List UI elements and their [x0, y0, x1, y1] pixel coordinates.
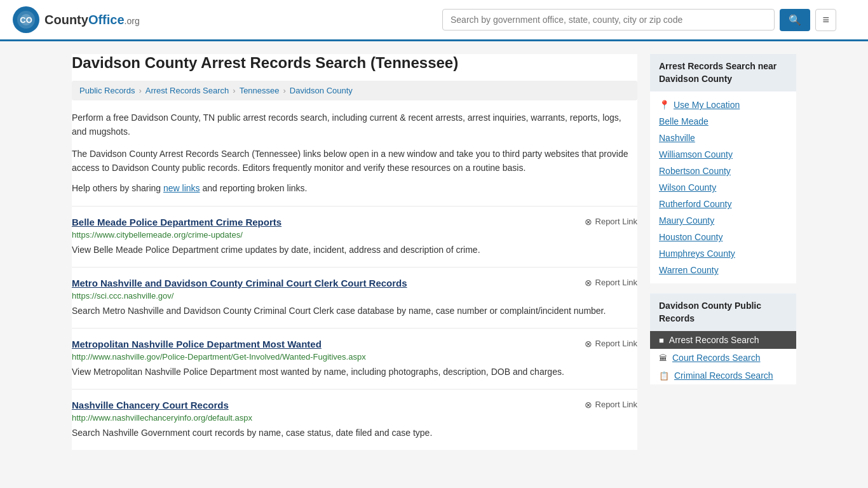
breadcrumb-public-records[interactable]: Public Records — [79, 86, 135, 95]
public-record-label-0: Arrest Records Search — [669, 335, 759, 345]
report-icon: ⊗ — [585, 339, 592, 349]
nearby-item: Williamson County — [650, 146, 796, 163]
nearby-link-9[interactable]: Warren County — [659, 265, 719, 275]
nearby-item: Rutherford County — [650, 196, 796, 212]
content-area: Davidson County Arrest Records Search (T… — [72, 54, 637, 450]
search-input[interactable] — [442, 9, 775, 30]
use-my-location-link[interactable]: Use My Location — [674, 100, 740, 110]
nearby-link-5[interactable]: Rutherford County — [659, 199, 731, 209]
nearby-title: Arrest Records Search near Davidson Coun… — [650, 54, 796, 92]
nearby-list: 📍 Use My Location Belle MeadeNashvilleWi… — [650, 92, 796, 283]
public-record-item[interactable]: ■ Arrest Records Search — [650, 331, 796, 349]
result-url-3: http://www.nashvillechanceryinfo.org/def… — [72, 413, 637, 423]
nearby-items: Belle MeadeNashvilleWilliamson CountyRob… — [650, 113, 796, 278]
nearby-item: Warren County — [650, 262, 796, 278]
result-desc-1: Search Metro Nashville and Davidson Coun… — [72, 304, 637, 318]
public-records-section: Davidson County Public Records ■ Arrest … — [650, 294, 796, 384]
main-container: Davidson County Arrest Records Search (T… — [59, 41, 809, 463]
menu-button[interactable]: ≡ — [815, 9, 836, 31]
report-icon: ⊗ — [585, 278, 592, 288]
use-my-location-item: 📍 Use My Location — [650, 97, 796, 113]
breadcrumb: Public Records › Arrest Records Search ›… — [72, 81, 637, 100]
search-button[interactable]: 🔍 — [780, 9, 810, 31]
report-link-2[interactable]: ⊗ Report Link — [585, 339, 637, 349]
nearby-section: Arrest Records Search near Davidson Coun… — [650, 54, 796, 283]
breadcrumb-davidson-county[interactable]: Davidson County — [290, 86, 353, 95]
public-records-title: Davidson County Public Records — [650, 294, 796, 331]
nearby-item: Wilson County — [650, 179, 796, 196]
page-title: Davidson County Arrest Records Search (T… — [72, 54, 637, 72]
results-container: Belle Meade Police Department Crime Repo… — [72, 206, 637, 450]
result-header: Metro Nashville and Davidson County Crim… — [72, 278, 637, 288]
result-title-1[interactable]: Metro Nashville and Davidson County Crim… — [72, 278, 407, 288]
nearby-link-0[interactable]: Belle Meade — [659, 116, 709, 126]
report-icon: ⊗ — [585, 217, 592, 227]
result-item: Metropolitan Nashville Police Department… — [72, 328, 637, 389]
search-area: 🔍 ≡ — [442, 9, 836, 31]
nearby-link-6[interactable]: Maury County — [659, 215, 714, 226]
result-url-0: https://www.citybellemeade.org/crime-upd… — [72, 230, 637, 240]
nearby-item: Houston County — [650, 229, 796, 245]
logo-icon: CO — [13, 6, 39, 33]
nearby-link-8[interactable]: Humphreys County — [659, 248, 735, 259]
site-header: CO CountyOffice.org 🔍 ≡ — [0, 0, 868, 41]
nearby-link-2[interactable]: Williamson County — [659, 149, 733, 159]
result-header: Belle Meade Police Department Crime Repo… — [72, 217, 637, 227]
report-icon: ⊗ — [585, 400, 592, 410]
logo-text: CountyOffice.org — [44, 13, 140, 27]
description-2: The Davidson County Arrest Records Searc… — [72, 147, 637, 175]
result-title-3[interactable]: Nashville Chancery Court Records — [72, 400, 229, 410]
breadcrumb-arrest-records[interactable]: Arrest Records Search — [146, 86, 229, 95]
result-title-2[interactable]: Metropolitan Nashville Police Department… — [72, 339, 322, 349]
search-icon: 🔍 — [789, 15, 801, 25]
public-record-item[interactable]: 📋 Criminal Records Search — [650, 367, 796, 384]
share-text: Help others by sharing new links and rep… — [72, 183, 637, 193]
public-records-list: ■ Arrest Records Search 🏛 Court Records … — [650, 331, 796, 384]
nearby-item: Humphreys County — [650, 245, 796, 262]
location-icon: 📍 — [659, 100, 670, 110]
public-record-item[interactable]: 🏛 Court Records Search — [650, 349, 796, 367]
result-url-2: http://www.nashville.gov/Police-Departme… — [72, 352, 637, 362]
result-item: Belle Meade Police Department Crime Repo… — [72, 206, 637, 267]
nearby-link-4[interactable]: Wilson County — [659, 182, 716, 193]
nearby-link-3[interactable]: Robertson County — [659, 166, 731, 176]
breadcrumb-tennessee[interactable]: Tennessee — [240, 86, 280, 95]
result-desc-0: View Belle Meade Police Department crime… — [72, 243, 637, 257]
svg-text:CO: CO — [20, 15, 32, 25]
public-record-link-1[interactable]: Court Records Search — [672, 353, 761, 363]
result-desc-3: Search Nashville Government court record… — [72, 426, 637, 440]
logo-area: CO CountyOffice.org — [13, 6, 140, 33]
record-icon-1: 🏛 — [659, 353, 667, 363]
nearby-item: Maury County — [650, 212, 796, 229]
nearby-item: Nashville — [650, 130, 796, 146]
description-1: Perform a free Davidson County, TN publi… — [72, 111, 637, 139]
report-link-1[interactable]: ⊗ Report Link — [585, 278, 637, 288]
report-link-3[interactable]: ⊗ Report Link — [585, 400, 637, 410]
record-icon-0: ■ — [659, 336, 664, 345]
sidebar: Arrest Records Search near Davidson Coun… — [650, 54, 796, 450]
result-item: Metro Nashville and Davidson County Crim… — [72, 267, 637, 328]
hamburger-icon: ≡ — [822, 13, 829, 26]
public-record-link-2[interactable]: Criminal Records Search — [674, 370, 773, 381]
result-header: Nashville Chancery Court Records ⊗ Repor… — [72, 400, 637, 410]
nearby-link-7[interactable]: Houston County — [659, 232, 722, 242]
result-title-0[interactable]: Belle Meade Police Department Crime Repo… — [72, 217, 281, 227]
new-links-link[interactable]: new links — [163, 183, 200, 193]
result-desc-2: View Metropolitan Nashville Police Depar… — [72, 365, 637, 379]
result-url-1: https://sci.ccc.nashville.gov/ — [72, 291, 637, 301]
result-header: Metropolitan Nashville Police Department… — [72, 339, 637, 349]
record-icon-2: 📋 — [659, 371, 669, 381]
report-link-0[interactable]: ⊗ Report Link — [585, 217, 637, 227]
nearby-item: Robertson County — [650, 163, 796, 179]
nearby-link-1[interactable]: Nashville — [659, 133, 695, 143]
result-item: Nashville Chancery Court Records ⊗ Repor… — [72, 389, 637, 450]
nearby-item: Belle Meade — [650, 113, 796, 130]
